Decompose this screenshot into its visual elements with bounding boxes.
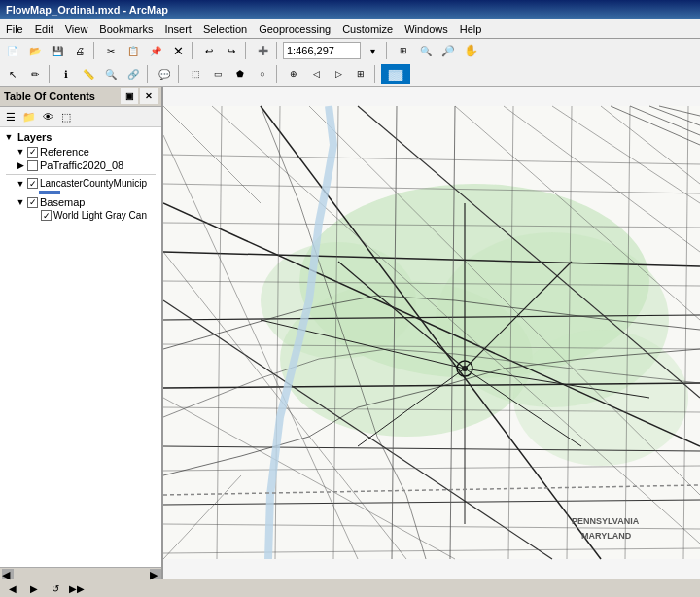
status-forward-btn[interactable]: ▶: [25, 581, 43, 597]
toc-separator: [6, 174, 156, 175]
identify-btn[interactable]: ℹ: [55, 64, 77, 84]
sep5: [386, 42, 390, 59]
measure-btn[interactable]: 📏: [78, 64, 99, 84]
main-area: Table Of Contents ▣ ✕ ☰ 📁 👁 ⬚ ▼ Layers ▼…: [0, 87, 700, 579]
full-extent-button[interactable]: ⊞: [393, 41, 414, 60]
new-button[interactable]: 📄: [2, 41, 23, 60]
select-rect-btn[interactable]: ▭: [207, 64, 228, 84]
menu-edit[interactable]: Edit: [29, 21, 59, 37]
lancaster-symbol-line: [39, 191, 60, 194]
add-data-button[interactable]: ➕: [252, 41, 273, 60]
sep6: [49, 65, 52, 83]
select-features-btn[interactable]: ⬚: [185, 64, 206, 84]
zoom-full-btn[interactable]: ⊕: [283, 64, 304, 84]
basemap-label: Basemap: [40, 196, 85, 208]
menu-selection[interactable]: Selection: [197, 21, 253, 37]
app-title: FlowMap_Ordinal.mxd - ArcMap: [6, 4, 168, 16]
basemap-checkbox[interactable]: [27, 197, 38, 208]
toc-item-patraffic: ▶ PaTraffic2020_08: [2, 158, 159, 172]
toc-item-world-light: World Light Gray Can: [2, 209, 159, 222]
toc-float-button[interactable]: ▣: [121, 88, 138, 104]
toc-scroll-left[interactable]: ◀: [2, 569, 14, 579]
scale-dropdown[interactable]: ▾: [362, 41, 383, 60]
arcmap-blue: ▓▓: [381, 64, 410, 84]
find-btn[interactable]: 🔍: [100, 64, 122, 84]
toc-scroll-track: [14, 570, 150, 578]
toc-scrollbar-bottom[interactable]: ◀ ▶: [0, 567, 161, 579]
toc-layers-group: ▼ Layers: [2, 129, 159, 145]
menu-bookmarks[interactable]: Bookmarks: [93, 21, 158, 37]
menu-file[interactable]: File: [0, 21, 29, 37]
status-stop-btn[interactable]: ▶▶: [68, 581, 86, 597]
sep1: [93, 42, 97, 59]
hyperlink-btn[interactable]: 🔗: [122, 64, 144, 84]
menu-help[interactable]: Help: [454, 21, 488, 37]
status-refresh-btn[interactable]: ↺: [47, 581, 64, 597]
edit-btn[interactable]: ✏: [24, 64, 46, 84]
copy-button[interactable]: 📋: [122, 41, 144, 60]
zoom-out-button[interactable]: 🔎: [438, 41, 459, 60]
svg-point-4: [261, 242, 416, 359]
toc-list-by-source[interactable]: 📁: [20, 109, 38, 124]
world-light-checkbox[interactable]: [41, 210, 52, 221]
menu-customize[interactable]: Customize: [336, 21, 399, 37]
patraffic-checkbox[interactable]: [27, 160, 38, 171]
toolbar-row-2: ↖ ✏ ℹ 📏 🔍 🔗 💬 ⬚ ▭ ⬟ ○ ⊕ ◁ ▷ ⊞ ▓▓: [0, 62, 700, 86]
status-back-btn[interactable]: ◀: [4, 581, 21, 597]
pennsylvania-label: PENNSYLVANIA: [572, 516, 640, 526]
toc-toolbar: ☰ 📁 👁 ⬚: [0, 107, 161, 127]
select-poly-btn[interactable]: ⬟: [229, 64, 251, 84]
reference-checkbox[interactable]: [27, 147, 38, 158]
toc-list-by-drawing-order[interactable]: ☰: [2, 109, 19, 124]
zoom-in-button[interactable]: 🔍: [415, 41, 437, 60]
undo-button[interactable]: ↩: [198, 41, 220, 60]
zoom-next-btn[interactable]: ▷: [328, 64, 349, 84]
toc-list-by-selection[interactable]: ⬚: [57, 109, 75, 124]
sep7: [147, 65, 151, 83]
zoom-layer-btn[interactable]: ⊞: [350, 64, 371, 84]
lancaster-expand[interactable]: ▼: [16, 179, 25, 189]
redo-button[interactable]: ↪: [221, 41, 242, 60]
save-button[interactable]: 💾: [47, 41, 68, 60]
patraffic-expand[interactable]: ▶: [16, 160, 25, 170]
menu-insert[interactable]: Insert: [158, 21, 197, 37]
menu-windows[interactable]: Windows: [399, 21, 454, 37]
status-bar: ◀ ▶ ↺ ▶▶: [0, 579, 700, 597]
toc-close-button[interactable]: ✕: [140, 88, 158, 104]
cut-button[interactable]: ✂: [100, 41, 122, 60]
toc-list-by-visibility[interactable]: 👁: [39, 109, 56, 124]
scale-input[interactable]: [283, 42, 361, 59]
layers-expand[interactable]: ▼: [4, 132, 14, 142]
world-light-label: World Light Gray Can: [53, 210, 147, 221]
sep3: [245, 42, 249, 59]
toc-item-lancaster: ▼ LancasterCountyMunicip: [2, 177, 159, 190]
sep2: [192, 42, 195, 59]
select-lasso-btn[interactable]: ○: [252, 64, 273, 84]
basemap-expand[interactable]: ▼: [16, 197, 25, 207]
open-button[interactable]: 📂: [24, 41, 46, 60]
print-button[interactable]: 🖨: [69, 41, 90, 60]
svg-point-5: [513, 330, 688, 466]
zoom-prev-btn[interactable]: ◁: [305, 64, 327, 84]
pan-button[interactable]: ✋: [460, 41, 481, 60]
menu-geoprocessing[interactable]: Geoprocessing: [253, 21, 336, 37]
reference-expand[interactable]: ▼: [16, 147, 25, 157]
title-bar: FlowMap_Ordinal.mxd - ArcMap: [0, 0, 700, 19]
menu-view[interactable]: View: [59, 21, 94, 37]
patraffic-label: PaTraffic2020_08: [40, 159, 123, 171]
menu-bar: File Edit View Bookmarks Insert Selectio…: [0, 19, 700, 39]
map-area[interactable]: PENNSYLVANIA MARYLAND: [163, 87, 700, 579]
select-btn[interactable]: ↖: [2, 64, 23, 84]
paste-button[interactable]: 📌: [145, 41, 166, 60]
reference-label: Reference: [40, 146, 89, 158]
layers-label: Layers: [16, 130, 53, 144]
toc-scroll-right[interactable]: ▶: [150, 569, 161, 579]
toc-panel: Table Of Contents ▣ ✕ ☰ 📁 👁 ⬚ ▼ Layers ▼…: [0, 87, 163, 579]
lancaster-checkbox[interactable]: [27, 178, 38, 189]
map-tips-btn[interactable]: 💬: [154, 64, 175, 84]
map-svg: PENNSYLVANIA MARYLAND: [163, 87, 700, 579]
delete-button[interactable]: ✕: [167, 41, 189, 60]
toc-item-basemap: ▼ Basemap: [2, 195, 159, 209]
toc-title: Table Of Contents: [4, 90, 95, 102]
lancaster-label: LancasterCountyMunicip: [40, 178, 147, 189]
